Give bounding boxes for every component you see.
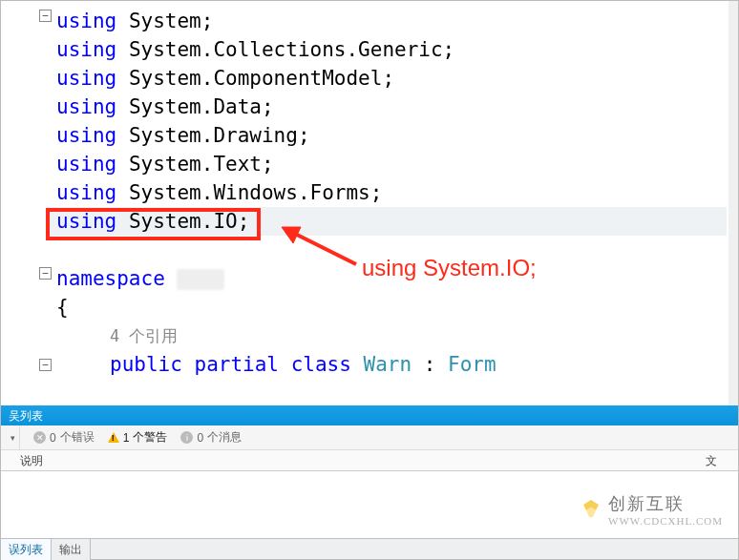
tab-error-list[interactable]: 误列表	[1, 539, 52, 560]
messages-filter[interactable]: i 0 个消息	[180, 429, 242, 446]
tab-output[interactable]: 输出	[52, 539, 91, 560]
codelens-references[interactable]: 4 个引用	[56, 321, 727, 350]
code-line: using System.Drawing;	[56, 121, 727, 150]
error-list-header: 说明 文件	[1, 450, 738, 471]
arrow-annotation	[278, 222, 364, 270]
errors-filter[interactable]: ✕ 0 个错误	[33, 429, 95, 446]
code-line: using System.Collections.Generic;	[56, 35, 727, 64]
logo-icon	[580, 498, 602, 521]
error-icon: ✕	[33, 431, 46, 444]
code-line: public partial class Warn : Form	[56, 350, 727, 379]
error-list-toolbar: ▾ ✕ 0 个错误 1 个警告 i 0 个消息	[1, 425, 738, 450]
editor-scrollbar[interactable]	[728, 1, 738, 405]
fold-toggle[interactable]: −	[39, 10, 52, 22]
filter-dropdown[interactable]: ▾	[7, 426, 20, 449]
red-highlight-box	[46, 208, 261, 240]
code-line: {	[56, 293, 727, 321]
bottom-tab-strip: 误列表输出	[1, 538, 738, 559]
info-icon: i	[180, 431, 193, 444]
code-line: using System.Windows.Forms;	[56, 178, 727, 207]
blurred-text	[177, 269, 224, 290]
editor-gutter: − − −	[1, 1, 56, 405]
code-area[interactable]: using System; using System.Collections.G…	[56, 7, 727, 379]
svg-line-0	[291, 232, 356, 264]
fold-toggle[interactable]: −	[39, 359, 52, 371]
column-file[interactable]: 文件	[696, 450, 738, 471]
watermark: 创新互联 WWW.CDCXHL.COM	[580, 492, 723, 527]
code-editor[interactable]: − − − using System; using System.Collect…	[1, 1, 738, 405]
code-line: using System.Data;	[56, 93, 727, 121]
error-list-title: 吴列表	[1, 405, 738, 425]
warnings-filter[interactable]: 1 个警告	[108, 429, 168, 446]
warning-icon	[108, 432, 119, 443]
code-line: using System;	[56, 7, 727, 35]
code-line: using System.ComponentModel;	[56, 64, 727, 93]
fold-toggle[interactable]: −	[39, 267, 52, 280]
code-line: using System.Text;	[56, 150, 727, 178]
annotation-text: using System.IO;	[362, 254, 537, 282]
column-description[interactable]: 说明	[11, 450, 698, 471]
